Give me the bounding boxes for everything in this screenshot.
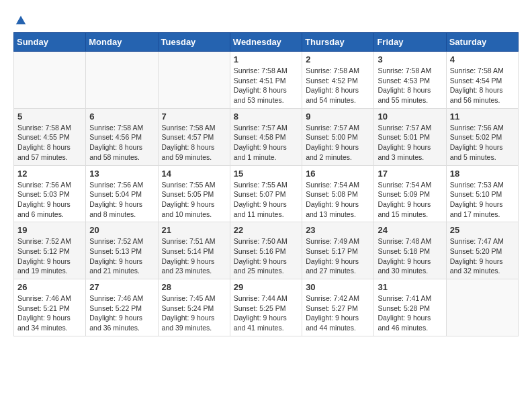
calendar-day-29: 29Sunrise: 7:44 AM Sunset: 5:25 PM Dayli… xyxy=(230,279,302,336)
day-number: 13 xyxy=(89,169,154,179)
day-number: 25 xyxy=(450,225,515,235)
calendar-day-1: 1Sunrise: 7:58 AM Sunset: 4:51 PM Daylig… xyxy=(230,52,302,109)
day-info: Sunrise: 7:52 AM Sunset: 5:13 PM Dayligh… xyxy=(89,236,154,276)
calendar-day-27: 27Sunrise: 7:46 AM Sunset: 5:22 PM Dayli… xyxy=(86,279,158,336)
calendar-week-row: 5Sunrise: 7:58 AM Sunset: 4:55 PM Daylig… xyxy=(14,108,519,165)
calendar-day-26: 26Sunrise: 7:46 AM Sunset: 5:21 PM Dayli… xyxy=(14,279,86,336)
day-info: Sunrise: 7:45 AM Sunset: 5:24 PM Dayligh… xyxy=(162,293,226,333)
weekday-header-friday: Friday xyxy=(374,33,446,52)
day-number: 19 xyxy=(17,225,82,235)
day-number: 3 xyxy=(378,54,442,64)
calendar-day-22: 22Sunrise: 7:50 AM Sunset: 5:16 PM Dayli… xyxy=(230,222,302,279)
calendar-day-15: 15Sunrise: 7:55 AM Sunset: 5:07 PM Dayli… xyxy=(230,165,302,222)
day-info: Sunrise: 7:53 AM Sunset: 5:10 PM Dayligh… xyxy=(450,180,515,220)
day-info: Sunrise: 7:58 AM Sunset: 4:51 PM Dayligh… xyxy=(234,66,298,105)
day-number: 15 xyxy=(234,169,298,179)
day-number: 5 xyxy=(17,111,82,122)
day-number: 21 xyxy=(162,225,226,235)
day-info: Sunrise: 7:58 AM Sunset: 4:54 PM Dayligh… xyxy=(450,66,515,105)
day-number: 18 xyxy=(450,169,515,179)
day-number: 20 xyxy=(89,225,154,235)
day-number: 2 xyxy=(306,54,370,64)
calendar-day-4: 4Sunrise: 7:58 AM Sunset: 4:54 PM Daylig… xyxy=(446,52,518,109)
calendar-day-28: 28Sunrise: 7:45 AM Sunset: 5:24 PM Dayli… xyxy=(158,279,230,336)
calendar-day-21: 21Sunrise: 7:51 AM Sunset: 5:14 PM Dayli… xyxy=(158,222,230,279)
calendar-day-6: 6Sunrise: 7:58 AM Sunset: 4:56 PM Daylig… xyxy=(86,108,158,165)
calendar-empty-cell xyxy=(446,279,518,336)
day-number: 28 xyxy=(162,282,226,292)
day-number: 9 xyxy=(306,111,370,122)
day-info: Sunrise: 7:44 AM Sunset: 5:25 PM Dayligh… xyxy=(234,293,298,333)
calendar-day-25: 25Sunrise: 7:47 AM Sunset: 5:20 PM Dayli… xyxy=(446,222,518,279)
day-info: Sunrise: 7:58 AM Sunset: 4:53 PM Dayligh… xyxy=(378,66,442,105)
calendar-day-17: 17Sunrise: 7:54 AM Sunset: 5:09 PM Dayli… xyxy=(374,165,446,222)
weekday-header-tuesday: Tuesday xyxy=(158,33,230,52)
day-number: 11 xyxy=(450,111,515,122)
day-info: Sunrise: 7:58 AM Sunset: 4:56 PM Dayligh… xyxy=(89,123,154,163)
calendar-day-20: 20Sunrise: 7:52 AM Sunset: 5:13 PM Dayli… xyxy=(86,222,158,279)
day-number: 29 xyxy=(234,282,298,292)
day-info: Sunrise: 7:52 AM Sunset: 5:12 PM Dayligh… xyxy=(17,236,82,276)
logo xyxy=(13,13,27,26)
day-number: 7 xyxy=(162,111,226,122)
calendar-day-18: 18Sunrise: 7:53 AM Sunset: 5:10 PM Dayli… xyxy=(446,165,518,222)
calendar-day-14: 14Sunrise: 7:55 AM Sunset: 5:05 PM Dayli… xyxy=(158,165,230,222)
day-info: Sunrise: 7:58 AM Sunset: 4:55 PM Dayligh… xyxy=(17,123,82,163)
weekday-header-wednesday: Wednesday xyxy=(230,33,302,52)
day-number: 24 xyxy=(378,225,442,235)
calendar-day-2: 2Sunrise: 7:58 AM Sunset: 4:52 PM Daylig… xyxy=(302,52,374,109)
calendar-day-9: 9Sunrise: 7:57 AM Sunset: 5:00 PM Daylig… xyxy=(302,108,374,165)
day-number: 12 xyxy=(17,169,82,179)
weekday-header-sunday: Sunday xyxy=(14,33,86,52)
svg-marker-0 xyxy=(16,16,26,25)
day-number: 14 xyxy=(162,169,226,179)
day-info: Sunrise: 7:42 AM Sunset: 5:27 PM Dayligh… xyxy=(306,293,370,333)
calendar-day-13: 13Sunrise: 7:56 AM Sunset: 5:04 PM Dayli… xyxy=(86,165,158,222)
day-info: Sunrise: 7:56 AM Sunset: 5:04 PM Dayligh… xyxy=(89,180,154,220)
day-number: 27 xyxy=(89,282,154,292)
day-info: Sunrise: 7:57 AM Sunset: 5:00 PM Dayligh… xyxy=(306,123,370,163)
day-info: Sunrise: 7:56 AM Sunset: 5:03 PM Dayligh… xyxy=(17,180,82,220)
logo-icon xyxy=(15,13,27,26)
day-number: 17 xyxy=(378,169,442,179)
calendar-day-7: 7Sunrise: 7:58 AM Sunset: 4:57 PM Daylig… xyxy=(158,108,230,165)
day-info: Sunrise: 7:54 AM Sunset: 5:09 PM Dayligh… xyxy=(378,180,442,220)
calendar-day-3: 3Sunrise: 7:58 AM Sunset: 4:53 PM Daylig… xyxy=(374,52,446,109)
calendar-day-11: 11Sunrise: 7:56 AM Sunset: 5:02 PM Dayli… xyxy=(446,108,518,165)
weekday-header-thursday: Thursday xyxy=(302,33,374,52)
calendar-week-row: 12Sunrise: 7:56 AM Sunset: 5:03 PM Dayli… xyxy=(14,165,519,222)
calendar-day-10: 10Sunrise: 7:57 AM Sunset: 5:01 PM Dayli… xyxy=(374,108,446,165)
weekday-header-saturday: Saturday xyxy=(446,33,518,52)
day-info: Sunrise: 7:57 AM Sunset: 5:01 PM Dayligh… xyxy=(378,123,442,163)
day-info: Sunrise: 7:41 AM Sunset: 5:28 PM Dayligh… xyxy=(378,293,442,333)
day-info: Sunrise: 7:46 AM Sunset: 5:22 PM Dayligh… xyxy=(89,293,154,333)
calendar-day-16: 16Sunrise: 7:54 AM Sunset: 5:08 PM Dayli… xyxy=(302,165,374,222)
day-info: Sunrise: 7:57 AM Sunset: 4:58 PM Dayligh… xyxy=(234,123,298,163)
day-number: 8 xyxy=(234,111,298,122)
day-info: Sunrise: 7:55 AM Sunset: 5:05 PM Dayligh… xyxy=(162,180,226,220)
calendar-empty-cell xyxy=(14,52,86,109)
day-number: 1 xyxy=(234,54,298,64)
calendar-empty-cell xyxy=(158,52,230,109)
day-number: 10 xyxy=(378,111,442,122)
day-info: Sunrise: 7:48 AM Sunset: 5:18 PM Dayligh… xyxy=(378,236,442,276)
day-info: Sunrise: 7:47 AM Sunset: 5:20 PM Dayligh… xyxy=(450,236,515,276)
day-info: Sunrise: 7:58 AM Sunset: 4:57 PM Dayligh… xyxy=(162,123,226,163)
day-number: 6 xyxy=(89,111,154,122)
day-info: Sunrise: 7:50 AM Sunset: 5:16 PM Dayligh… xyxy=(234,236,298,276)
day-info: Sunrise: 7:54 AM Sunset: 5:08 PM Dayligh… xyxy=(306,180,370,220)
calendar-week-row: 26Sunrise: 7:46 AM Sunset: 5:21 PM Dayli… xyxy=(14,279,519,336)
day-number: 31 xyxy=(378,282,442,292)
calendar-day-30: 30Sunrise: 7:42 AM Sunset: 5:27 PM Dayli… xyxy=(302,279,374,336)
day-info: Sunrise: 7:51 AM Sunset: 5:14 PM Dayligh… xyxy=(162,236,226,276)
calendar-empty-cell xyxy=(86,52,158,109)
day-number: 26 xyxy=(17,282,82,292)
calendar-day-5: 5Sunrise: 7:58 AM Sunset: 4:55 PM Daylig… xyxy=(14,108,86,165)
calendar-week-row: 19Sunrise: 7:52 AM Sunset: 5:12 PM Dayli… xyxy=(14,222,519,279)
calendar-day-31: 31Sunrise: 7:41 AM Sunset: 5:28 PM Dayli… xyxy=(374,279,446,336)
day-info: Sunrise: 7:56 AM Sunset: 5:02 PM Dayligh… xyxy=(450,123,515,163)
weekday-header-monday: Monday xyxy=(86,33,158,52)
calendar-day-19: 19Sunrise: 7:52 AM Sunset: 5:12 PM Dayli… xyxy=(14,222,86,279)
page-header xyxy=(13,13,519,26)
calendar-day-24: 24Sunrise: 7:48 AM Sunset: 5:18 PM Dayli… xyxy=(374,222,446,279)
